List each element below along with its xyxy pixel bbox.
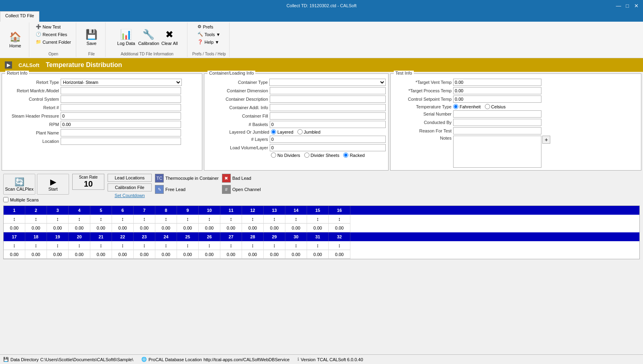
save-button[interactable]: 💾 Save: [81, 25, 102, 50]
control-setpoint-input[interactable]: [453, 96, 541, 103]
load-volume-input[interactable]: [270, 144, 386, 151]
grid-cell: 19: [47, 232, 69, 241]
baskets-input[interactable]: [270, 121, 386, 128]
channel-icon-cell[interactable]: ↕: [4, 241, 25, 250]
current-folder-button[interactable]: 📁 Current Folder: [34, 39, 73, 45]
recent-files-button[interactable]: 🕐 Recent Files: [34, 31, 73, 38]
channel-icon-cell[interactable]: ↕: [112, 215, 134, 224]
channel-icon-cell[interactable]: ↕: [307, 215, 329, 224]
racked-option[interactable]: Racked: [343, 153, 364, 158]
container-dim-input[interactable]: [270, 87, 386, 94]
channel-icon-cell[interactable]: ↕: [264, 241, 285, 250]
multiple-scans-row: Multiple Scans: [3, 197, 39, 202]
close-button[interactable]: ✕: [633, 2, 640, 9]
jumbled-radio[interactable]: [297, 129, 303, 134]
nav-arrow-button[interactable]: ▶: [5, 61, 12, 69]
conducted-by-input[interactable]: [453, 119, 541, 126]
multiple-scans-checkbox[interactable]: [3, 197, 8, 202]
new-test-button[interactable]: ➕ New Test: [34, 23, 73, 30]
reason-test-input[interactable]: [453, 127, 541, 134]
serial-number-input[interactable]: [453, 110, 541, 118]
racked-radio[interactable]: [343, 153, 348, 158]
celsius-option[interactable]: Celsius: [485, 104, 506, 109]
channel-icon-cell[interactable]: ↕: [177, 241, 199, 250]
divider-sheets-radio[interactable]: [304, 153, 309, 158]
scan-calplex-button[interactable]: 🔄 Scan CALPlex: [3, 174, 35, 195]
channel-icon-cell[interactable]: ↕: [69, 215, 90, 224]
plant-name-input[interactable]: [61, 129, 181, 136]
grid-cell: 10: [199, 206, 220, 215]
calibration-button[interactable]: 🔧 Calibration: [138, 25, 159, 50]
rpm-input[interactable]: [61, 121, 181, 128]
channel-icon-cell[interactable]: ↕: [25, 215, 47, 224]
channel-icon-cell[interactable]: ↕: [329, 241, 350, 250]
container-type-select[interactable]: [269, 79, 386, 86]
channel-icon-cell[interactable]: ↕: [242, 241, 264, 250]
minimize-button[interactable]: —: [615, 2, 622, 9]
channel-icon-cell[interactable]: ↕: [220, 215, 242, 224]
container-desc-input[interactable]: [270, 96, 386, 103]
container-fill-input[interactable]: [270, 112, 386, 120]
retort-num-input[interactable]: [61, 104, 181, 111]
tools-button[interactable]: 🔨 Tools ▼: [196, 31, 222, 38]
channel-icon-cell[interactable]: ↕: [47, 241, 69, 250]
channel-icon-cell[interactable]: ↕: [285, 241, 307, 250]
channel-icon-cell[interactable]: ↕: [47, 215, 69, 224]
fahrenheit-option[interactable]: Fahrenheit: [453, 104, 481, 109]
channel-icon-cell[interactable]: ↕: [155, 215, 177, 224]
channel-value-cell: 0.00: [47, 224, 69, 232]
thermocouple-label: Thermocouple in Container: [165, 176, 219, 181]
prefs-button[interactable]: ⚙ Prefs: [196, 23, 222, 30]
notes-textarea[interactable]: [453, 136, 541, 168]
add-note-button[interactable]: +: [542, 136, 550, 144]
log-data-button[interactable]: 📊 Log Data: [116, 25, 136, 50]
location-input[interactable]: [61, 138, 181, 145]
set-countdown-button[interactable]: Set Countdown: [108, 193, 152, 198]
channel-icon-cell[interactable]: ↕: [177, 215, 199, 224]
help-button[interactable]: ❓ Help ▼: [196, 39, 222, 45]
maximize-button[interactable]: □: [624, 2, 631, 9]
divider-sheets-option[interactable]: Divider Sheets: [304, 153, 340, 158]
channel-icon-cell[interactable]: ↕: [199, 241, 220, 250]
jumbled-option[interactable]: Jumbled: [297, 129, 321, 134]
celsius-radio[interactable]: [485, 104, 490, 109]
layered-option[interactable]: Layered: [271, 129, 293, 134]
channel-icon-cell[interactable]: ↕: [90, 241, 112, 250]
lead-locations-button[interactable]: Lead Locations: [108, 174, 152, 182]
control-system-input[interactable]: [61, 96, 181, 103]
num-layers-input[interactable]: [270, 136, 386, 143]
fahrenheit-radio[interactable]: [453, 104, 458, 109]
no-dividers-radio[interactable]: [271, 153, 276, 158]
channel-icon-cell[interactable]: ↕: [199, 215, 220, 224]
home-button[interactable]: 🏠 Home: [5, 27, 26, 52]
channel-icon-cell[interactable]: ↕: [69, 241, 90, 250]
container-addl-input[interactable]: [270, 104, 386, 111]
baskets-label: # Baskets: [207, 122, 270, 127]
start-button[interactable]: ▶ Start: [37, 174, 69, 195]
target-process-input[interactable]: [453, 87, 541, 94]
channel-icon-cell[interactable]: ↕: [329, 215, 350, 224]
channel-icon-cell[interactable]: ↕: [134, 215, 155, 224]
steam-header-row: Steam Header Pressure: [4, 112, 199, 120]
steam-header-input[interactable]: [61, 112, 181, 120]
channel-icon-cell[interactable]: ↕: [25, 241, 47, 250]
channel-icon-cell[interactable]: ↕: [285, 215, 307, 224]
channel-icon-cell[interactable]: ↕: [307, 241, 329, 250]
clear-all-button[interactable]: ✖ Clear All: [161, 25, 178, 50]
channel-icon-cell[interactable]: ↕: [242, 215, 264, 224]
channel-icon-cell[interactable]: ↕: [134, 241, 155, 250]
channel-icon-cell[interactable]: ↕: [155, 241, 177, 250]
channel-icon-cell[interactable]: ↕: [112, 241, 134, 250]
layered-radio[interactable]: [271, 129, 276, 134]
channel-icon-cell[interactable]: ↕: [90, 215, 112, 224]
channel-icon-cell[interactable]: ↕: [220, 241, 242, 250]
retort-type-select[interactable]: Horizontal- Steam: [61, 79, 182, 86]
ribbon-tab-collect[interactable]: Collect TD File: [0, 11, 39, 22]
no-dividers-option[interactable]: No Dividers: [271, 153, 300, 158]
retort-manfctr-input[interactable]: [61, 87, 181, 94]
calibration-file-button[interactable]: Calibration File: [108, 183, 152, 191]
channel-icon-cell[interactable]: ↕: [264, 215, 285, 224]
target-vent-input[interactable]: [453, 79, 541, 86]
channel-icon-cell[interactable]: ↕: [4, 215, 25, 224]
location-row: Location: [4, 138, 199, 145]
